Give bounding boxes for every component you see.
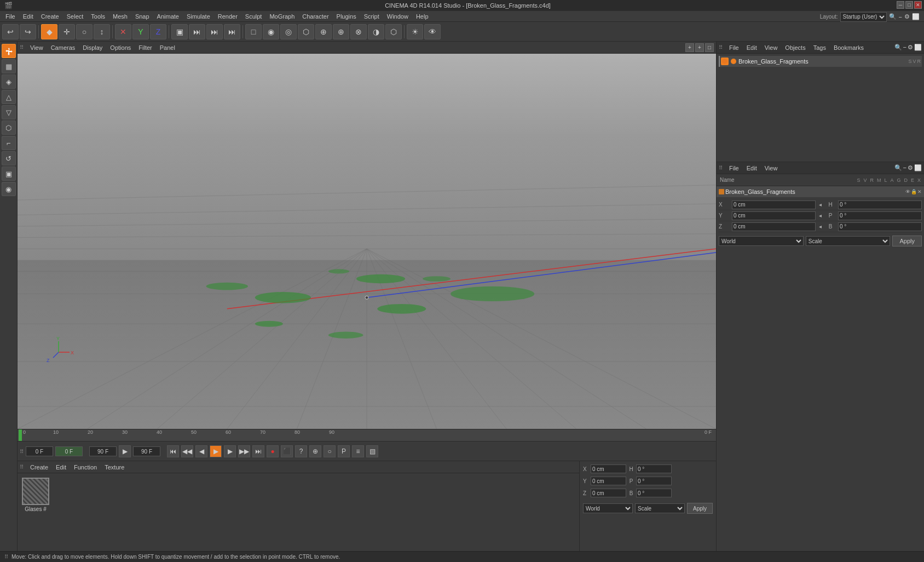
- minimize-button[interactable]: ─: [897, 1, 904, 9]
- layout-dropdown[interactable]: Startup (User): [840, 12, 887, 22]
- coord-x-pos-input[interactable]: [591, 464, 626, 473]
- y-axis-button[interactable]: Y: [132, 24, 149, 39]
- obj-menu-bookmarks[interactable]: Bookmarks: [830, 43, 867, 52]
- btn-prev-key[interactable]: ◀◀: [181, 445, 193, 457]
- obj-icon-r[interactable]: R: [917, 59, 921, 64]
- fps-input[interactable]: [89, 446, 117, 456]
- obj-menu-edit[interactable]: Edit: [743, 43, 760, 52]
- objects-search-icon[interactable]: 🔍: [894, 44, 902, 51]
- coord-mode-dropdown[interactable]: Scale Position Rotation: [635, 503, 685, 513]
- cube-button[interactable]: □: [245, 24, 262, 39]
- pyramid-tool[interactable]: △: [2, 90, 16, 104]
- vp-menu-filter[interactable]: Filter: [135, 43, 155, 52]
- btn-keyframe[interactable]: ?: [295, 445, 307, 457]
- hud-button[interactable]: ☀: [407, 24, 423, 39]
- viewport-3d[interactable]: Perspective: [18, 54, 716, 429]
- menu-tools[interactable]: Tools: [88, 12, 108, 21]
- btn-record[interactable]: ●: [267, 445, 279, 457]
- coord-b-rot-input[interactable]: [636, 489, 672, 497]
- btn-play-mode[interactable]: P: [338, 445, 350, 457]
- layout-expand-icon[interactable]: ⬜: [912, 13, 920, 20]
- attr-y-input[interactable]: [732, 211, 816, 220]
- edge-tool[interactable]: ⌐: [2, 136, 16, 150]
- undo-button[interactable]: ↩: [2, 24, 19, 39]
- vp-menu-view[interactable]: View: [27, 43, 47, 52]
- attrib-object-row[interactable]: Broken_Glass_Fragments 👁 🔒 ✕: [717, 186, 924, 197]
- menu-plugins[interactable]: Plugins: [333, 12, 360, 21]
- close-button[interactable]: ✕: [914, 1, 922, 9]
- start-frame-input[interactable]: [55, 446, 83, 456]
- coord-system-dropdown[interactable]: World Local: [583, 503, 633, 513]
- menu-sculpt[interactable]: Sculpt: [242, 12, 265, 21]
- attr-x-input[interactable]: [732, 200, 816, 209]
- vp-menu-display[interactable]: Display: [79, 43, 106, 52]
- menu-file[interactable]: File: [2, 12, 19, 21]
- vp-menu-options[interactable]: Options: [107, 43, 134, 52]
- level-button[interactable]: 👁: [424, 24, 441, 39]
- restore-button[interactable]: □: [905, 1, 913, 9]
- menu-simulate[interactable]: Simulate: [183, 12, 213, 21]
- object-tool[interactable]: ⬡: [2, 121, 16, 135]
- redo-button[interactable]: ↪: [20, 24, 36, 39]
- magnet-tool[interactable]: ◉: [2, 182, 16, 196]
- viewport-fullscreen-button[interactable]: □: [705, 43, 714, 52]
- btn-go-end[interactable]: ⏭: [252, 445, 264, 457]
- attrib-coord-mode-dropdown[interactable]: Scale Position Rotation: [806, 236, 891, 246]
- btn-prev-frame[interactable]: ◀: [195, 445, 207, 457]
- coord-h-rot-input[interactable]: [636, 464, 672, 473]
- material-item-glases[interactable]: Glases #: [22, 478, 49, 512]
- btn-play[interactable]: ▶: [210, 445, 222, 457]
- obj-menu-view[interactable]: View: [761, 43, 781, 52]
- mat-menu-edit[interactable]: Edit: [53, 463, 70, 472]
- mat-menu-create[interactable]: Create: [27, 463, 51, 472]
- vp-menu-cameras[interactable]: Cameras: [48, 43, 79, 52]
- objects-minus-icon[interactable]: −: [903, 44, 906, 51]
- menu-animate[interactable]: Animate: [154, 12, 182, 21]
- attrib-coord-system-dropdown[interactable]: World Local: [719, 236, 804, 246]
- nurbs-button[interactable]: ◎: [280, 24, 297, 39]
- attr-h-input[interactable]: [838, 200, 922, 209]
- btn-arrow-right-small[interactable]: ▶: [119, 445, 131, 457]
- attrib-icon-eye[interactable]: 👁: [905, 189, 910, 194]
- render-all-button[interactable]: ⏭: [224, 24, 240, 39]
- coord-z-pos-input[interactable]: [591, 489, 626, 497]
- select-mode-button[interactable]: ◆: [41, 24, 57, 39]
- deformer-button[interactable]: ⬡: [298, 24, 314, 39]
- rotate-button[interactable]: ○: [76, 24, 93, 39]
- scene-button[interactable]: ⬡: [385, 24, 402, 39]
- btn-next-key[interactable]: ▶▶: [238, 445, 250, 457]
- environment-button[interactable]: ⊕: [315, 24, 332, 39]
- render-region-button[interactable]: ▣: [171, 24, 188, 39]
- menu-create[interactable]: Create: [38, 12, 62, 21]
- coord-p-rot-input[interactable]: [636, 477, 672, 485]
- obj-icon-s[interactable]: S: [908, 59, 911, 64]
- attrib-search-icon[interactable]: 🔍: [894, 164, 902, 171]
- cone-tool[interactable]: ▽: [2, 105, 16, 119]
- polygon-tool[interactable]: ◈: [2, 74, 16, 89]
- attrib-expand-icon[interactable]: ⬜: [914, 164, 922, 171]
- brush-tool[interactable]: ▣: [2, 167, 16, 181]
- apply-button[interactable]: Apply: [687, 503, 713, 514]
- menu-snap[interactable]: Snap: [132, 12, 153, 21]
- obj-menu-objects[interactable]: Objects: [782, 43, 809, 52]
- obj-menu-tags[interactable]: Tags: [810, 43, 829, 52]
- camera-button[interactable]: ⊕: [333, 24, 349, 39]
- point-tool[interactable]: ↺: [2, 151, 16, 165]
- vp-menu-panel[interactable]: Panel: [157, 43, 178, 52]
- menu-render[interactable]: Render: [215, 12, 241, 21]
- move-button[interactable]: ✛: [59, 24, 75, 39]
- btn-timeline-editor[interactable]: ≡: [352, 445, 364, 457]
- spline-button[interactable]: ◉: [263, 24, 279, 39]
- btn-next-frame[interactable]: ▶: [224, 445, 236, 457]
- btn-render-settings[interactable]: ▧: [366, 445, 378, 457]
- table-row[interactable]: Broken_Glass_Fragments S V R: [719, 56, 922, 67]
- mat-menu-texture[interactable]: Texture: [101, 463, 128, 472]
- objects-expand-icon[interactable]: ⬜: [914, 44, 922, 51]
- attrib-icon-x[interactable]: ✕: [917, 189, 922, 194]
- render-active-button[interactable]: ⏭: [206, 24, 223, 39]
- viewport-expand-button[interactable]: +: [685, 43, 694, 52]
- menu-mesh[interactable]: Mesh: [109, 12, 131, 21]
- menu-window[interactable]: Window: [384, 12, 412, 21]
- coord-y-pos-input[interactable]: [591, 477, 626, 485]
- menu-help[interactable]: Help: [413, 12, 432, 21]
